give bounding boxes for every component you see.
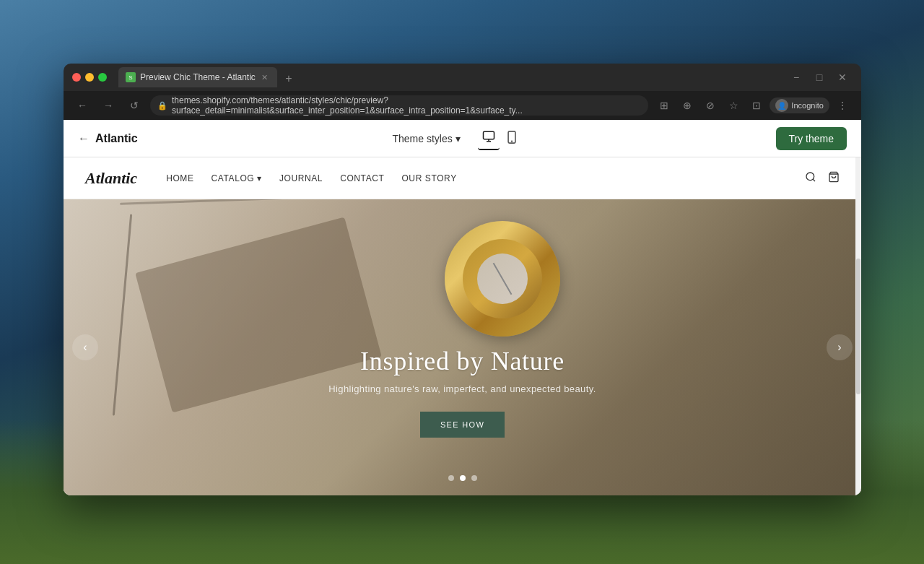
chrome-title-bar: S Preview Chic Theme - Atlantic ✕ + − □ …	[64, 64, 861, 91]
store-preview-frame: Atlantic HOME CATALOG ▾ JOURNAL	[64, 157, 861, 495]
store-navigation: Atlantic HOME CATALOG ▾ JOURNAL	[64, 157, 861, 199]
back-arrow-icon: ←	[78, 132, 90, 145]
close-window-button[interactable]	[72, 73, 81, 82]
forward-button[interactable]: →	[98, 95, 118, 116]
nav-item-our-story[interactable]: OUR STORY	[401, 173, 456, 183]
bookmark-button[interactable]: ☆	[723, 95, 744, 116]
slider-dot-1[interactable]	[448, 475, 454, 481]
nav-item-journal[interactable]: JOURNAL	[279, 173, 323, 183]
chrome-action-buttons: ⊞ ⊕ ⊘ ☆ ⊡ 👤 Incognito ⋮	[654, 95, 853, 116]
store-menu-actions	[805, 171, 840, 186]
url-text: themes.shopify.com/themes/atlantic/style…	[172, 95, 641, 116]
minimize-window-button[interactable]	[85, 73, 94, 82]
nav-item-contact[interactable]: CONTACT	[340, 173, 384, 183]
new-tab-button[interactable]: +	[280, 70, 297, 87]
nav-contact-label: CONTACT	[340, 173, 384, 183]
restore-browser-button[interactable]: □	[809, 67, 829, 87]
preview-header-center: Theme styles ▾	[138, 127, 776, 150]
slider-prev-button[interactable]: ‹	[72, 334, 98, 360]
hero-section: Inspired by Nature Highlighting nature's…	[64, 199, 861, 495]
mobile-icon	[507, 134, 517, 146]
active-tab[interactable]: S Preview Chic Theme - Atlantic ✕	[118, 67, 277, 87]
slider-dot-2[interactable]	[460, 475, 466, 481]
address-bar[interactable]: 🔒 themes.shopify.com/themes/atlantic/sty…	[150, 95, 648, 116]
preview-header: ← Atlantic Theme styles ▾	[64, 120, 861, 157]
theme-name-label: Atlantic	[95, 132, 138, 145]
store-search-button[interactable]	[805, 171, 816, 186]
catalog-chevron-icon: ▾	[257, 173, 262, 183]
incognito-label: Incognito	[791, 101, 824, 110]
browser-window: S Preview Chic Theme - Atlantic ✕ + − □ …	[64, 64, 861, 495]
zoom-button[interactable]: ⊕	[677, 95, 697, 116]
store-frame: Atlantic HOME CATALOG ▾ JOURNAL	[64, 157, 861, 495]
slider-next-button[interactable]: ›	[827, 334, 853, 360]
desktop-view-button[interactable]	[478, 127, 500, 150]
arrow-right-icon: ›	[837, 341, 841, 354]
shopify-preview-area: ← Atlantic Theme styles ▾	[64, 120, 861, 495]
ring-pin	[492, 263, 512, 295]
theme-styles-label: Theme styles	[392, 133, 452, 144]
menu-button[interactable]: ⋮	[832, 95, 853, 116]
nav-home-label: HOME	[166, 173, 193, 183]
refresh-button[interactable]: ↺	[124, 95, 144, 116]
nav-our-story-label: OUR STORY	[401, 173, 456, 183]
fullscreen-window-button[interactable]	[98, 73, 107, 82]
back-button[interactable]: ←	[72, 95, 92, 116]
cast-button[interactable]: ⊘	[700, 95, 720, 116]
slider-dots	[64, 475, 861, 481]
try-theme-button[interactable]: Try theme	[776, 127, 847, 150]
tab-bar: S Preview Chic Theme - Atlantic ✕ +	[118, 67, 780, 87]
scrollbar[interactable]	[855, 157, 861, 495]
hero-subtitle: Highlighting nature's raw, imperfect, an…	[64, 383, 861, 394]
mobile-view-button[interactable]	[502, 127, 521, 150]
desktop-icon	[482, 133, 495, 145]
arrow-left-icon: ‹	[83, 341, 87, 354]
bag-icon	[828, 171, 840, 183]
hero-title: Inspired by Nature	[64, 346, 861, 376]
close-browser-button[interactable]: ✕	[832, 67, 853, 87]
traffic-lights	[72, 73, 107, 82]
split-screen-button[interactable]: ⊡	[746, 95, 767, 116]
back-to-themes-button[interactable]: ←	[78, 132, 90, 145]
device-toggle-buttons	[478, 127, 521, 150]
store-cart-button[interactable]	[828, 171, 840, 186]
slider-dot-3[interactable]	[471, 475, 477, 481]
tab-title: Preview Chic Theme - Atlantic	[140, 72, 256, 82]
incognito-avatar: 👤	[775, 99, 788, 112]
hero-content: Inspired by Nature Highlighting nature's…	[64, 346, 861, 438]
hero-cta-button[interactable]: SEE HOW	[420, 412, 505, 438]
lock-icon: 🔒	[157, 101, 167, 110]
minimize-browser-button[interactable]: −	[786, 67, 806, 87]
tab-favicon: S	[126, 72, 136, 82]
chevron-down-icon: ▾	[456, 133, 461, 144]
chrome-nav-bar: ← → ↺ 🔒 themes.shopify.com/themes/atlant…	[64, 91, 861, 120]
svg-point-2	[511, 141, 512, 142]
nav-item-catalog[interactable]: CATALOG ▾	[212, 173, 262, 183]
store-menu: HOME CATALOG ▾ JOURNAL CONTACT	[166, 173, 805, 183]
scrollbar-thumb[interactable]	[856, 259, 860, 394]
svg-rect-0	[483, 131, 494, 139]
nav-catalog-label: CATALOG	[212, 173, 255, 183]
grid-icon-button[interactable]: ⊞	[654, 95, 674, 116]
incognito-profile-button[interactable]: 👤 Incognito	[770, 97, 829, 113]
nav-item-home[interactable]: HOME	[166, 173, 193, 183]
search-icon	[805, 171, 816, 183]
store-logo: Atlantic	[85, 169, 137, 188]
tab-close-button[interactable]: ✕	[260, 72, 270, 82]
svg-point-3	[806, 173, 814, 181]
nav-journal-label: JOURNAL	[279, 173, 323, 183]
hero-ring-element	[445, 221, 560, 337]
theme-styles-button[interactable]: Theme styles ▾	[392, 133, 460, 144]
